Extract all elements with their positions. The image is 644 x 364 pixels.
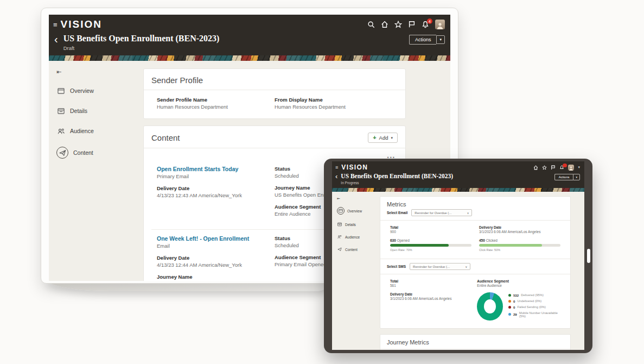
open-rate-label: Open Rate: 70% [390, 248, 471, 252]
content-item-type: Email [157, 243, 275, 249]
sidebar-item-label: Overview [347, 209, 362, 213]
content-item-link[interactable]: One Week Left! - Open Enrollment [157, 235, 275, 242]
user-avatar[interactable] [435, 20, 445, 29]
menu-icon[interactable]: ≡ [335, 165, 338, 170]
journey-metrics-card: Journey Metrics Journey Name: US Benefit… [380, 334, 571, 350]
flag-icon[interactable] [551, 165, 556, 170]
actions-dropdown-chevron-icon[interactable]: ▾ [573, 174, 580, 180]
audience-segment-field: Audience Segment Entire Audience [477, 279, 560, 287]
metrics-card: Metrics Select Email Reminder for Overdu… [380, 196, 571, 329]
search-icon[interactable] [367, 21, 375, 28]
email-total-field: Total 900 [390, 225, 471, 234]
select-sms-label: Select SMS [387, 265, 406, 268]
content-title: Content [151, 133, 180, 142]
plus-icon: + [373, 135, 376, 141]
donut-legend: 532Delivered (95%) 0Undelivered (0%) 0Fa… [508, 293, 560, 320]
sidebar-item-content[interactable]: Content [337, 247, 380, 252]
chevron-down-icon: ∨ [467, 211, 469, 215]
content-item-type: Primary Email [157, 173, 275, 179]
notifications-bell-icon[interactable]: 4 [422, 21, 429, 28]
tablet-scroll-indicator[interactable] [587, 249, 590, 263]
donut-chart [477, 292, 503, 321]
sidebar-item-label: Details [345, 223, 356, 227]
sender-profile-card: Sender Profile Sender Profile Name Human… [143, 68, 406, 119]
select-sms-dropdown[interactable]: Reminder for Overdue (... ∨ [410, 263, 470, 270]
sidebar-item-label: Audience [345, 235, 360, 239]
sidebar-item-details[interactable]: Details [56, 106, 140, 115]
sidebar: ⇤ Overview Details Audience Content [49, 61, 140, 170]
click-rate-label: Click Rate: 50% [479, 248, 560, 252]
sidebar-item-audience[interactable]: Audience [56, 127, 140, 135]
notification-badge: 4 [427, 18, 432, 24]
tablet-screen: ≡ VISION ▾ ‹ US Benefits Open E [332, 161, 584, 350]
avatar-dropdown-chevron-icon[interactable]: ▾ [578, 165, 580, 170]
opened-metric: 630 Opened Open Rate: 70% [390, 239, 471, 252]
back-button[interactable]: ‹ [335, 173, 337, 179]
home-icon[interactable] [533, 165, 538, 170]
select-email-dropdown[interactable]: Reminder for Overdue (... ∨ [411, 209, 472, 216]
details-icon [337, 222, 342, 227]
sidebar-collapse-icon[interactable]: ⇤ [56, 68, 140, 76]
sidebar-item-details[interactable]: Details [337, 222, 380, 227]
metrics-title: Metrics [387, 201, 564, 208]
app-header: ≡ VISION ▾ ‹ US Benefits Open E [332, 161, 584, 188]
audience-people-icon [337, 234, 342, 240]
status-badge: In Progress [341, 181, 453, 185]
status-badge: Draft [63, 45, 220, 51]
content-send-icon [56, 147, 68, 159]
sidebar-item-content[interactable]: Content [56, 147, 140, 159]
app-logo: VISION [341, 164, 368, 171]
legend-dot-mobile [508, 313, 511, 316]
actions-button[interactable]: Actions [409, 35, 437, 45]
audience-people-icon [56, 127, 65, 135]
sidebar-collapse-icon[interactable]: ⇤ [337, 197, 380, 201]
sidebar-item-label: Details [70, 108, 87, 114]
menu-icon[interactable]: ≡ [53, 21, 58, 28]
details-icon [56, 106, 65, 115]
overview-icon [337, 207, 345, 215]
journey-metrics-title: Journey Metrics [387, 339, 564, 346]
sender-profile-title: Sender Profile [151, 76, 398, 85]
add-content-button[interactable]: + Add ▾ [368, 133, 398, 143]
sidebar-item-label: Content [345, 248, 358, 252]
sidebar-item-overview[interactable]: Overview [337, 207, 380, 215]
chevron-down-icon: ▾ [391, 136, 393, 140]
back-button[interactable]: ‹ [54, 35, 58, 43]
actions-dropdown-chevron-icon[interactable]: ▾ [436, 35, 445, 44]
notifications-bell-icon[interactable] [559, 165, 564, 170]
favorites-star-icon[interactable] [542, 165, 547, 170]
home-icon[interactable] [381, 21, 388, 28]
sender-profile-name-field: Sender Profile Name Human Resources Depa… [157, 97, 275, 110]
legend-dot-undelivered [508, 300, 511, 303]
app-header: ≡ VISION 4 ‹ US Benefits Open E [49, 15, 450, 55]
user-avatar[interactable] [568, 165, 574, 171]
sms-total-field: Total 561 [390, 279, 469, 287]
sms-delivery-donut-chart: 532Delivered (95%) 0Undelivered (0%) 0Fa… [477, 292, 560, 321]
chevron-down-icon: ∨ [465, 265, 467, 268]
overview-icon [56, 86, 65, 95]
sidebar-item-overview[interactable]: Overview [56, 86, 140, 95]
sms-delivery-date-field: Delivery Date 3/1/2023 6:06 AM America/L… [390, 292, 469, 321]
sidebar-item-label: Content [73, 149, 93, 156]
clicked-metric: 450 Clicked Click Rate: 50% [479, 239, 560, 252]
opened-progress-bar [390, 244, 471, 247]
app-logo: VISION [61, 18, 102, 30]
sidebar: ⇤ Overview Details Audience Content [332, 192, 380, 259]
select-email-label: Select Email [387, 211, 407, 215]
email-delivery-date-field: Delivery Date 3/1/2023 6:06 AM America/L… [479, 225, 560, 234]
content-send-icon [337, 247, 342, 252]
sidebar-item-label: Audience [70, 128, 94, 134]
notification-badge [563, 164, 567, 167]
decorative-banner [332, 188, 584, 192]
clicked-progress-bar [479, 244, 560, 247]
page-title: US Benefits Open Enrollment (BEN-2023) [63, 34, 220, 43]
actions-button[interactable]: Actions [554, 174, 573, 180]
sidebar-item-audience[interactable]: Audience [337, 234, 380, 240]
content-item-link[interactable]: Open Enrollment Starts Today [157, 166, 275, 172]
sidebar-item-label: Overview [70, 87, 94, 94]
favorites-star-icon[interactable] [394, 21, 402, 28]
legend-dot-delivered [508, 294, 511, 297]
decorative-banner [49, 55, 450, 61]
tablet-device: ≡ VISION ▾ ‹ US Benefits Open E [324, 159, 592, 353]
flag-icon[interactable] [408, 21, 416, 28]
